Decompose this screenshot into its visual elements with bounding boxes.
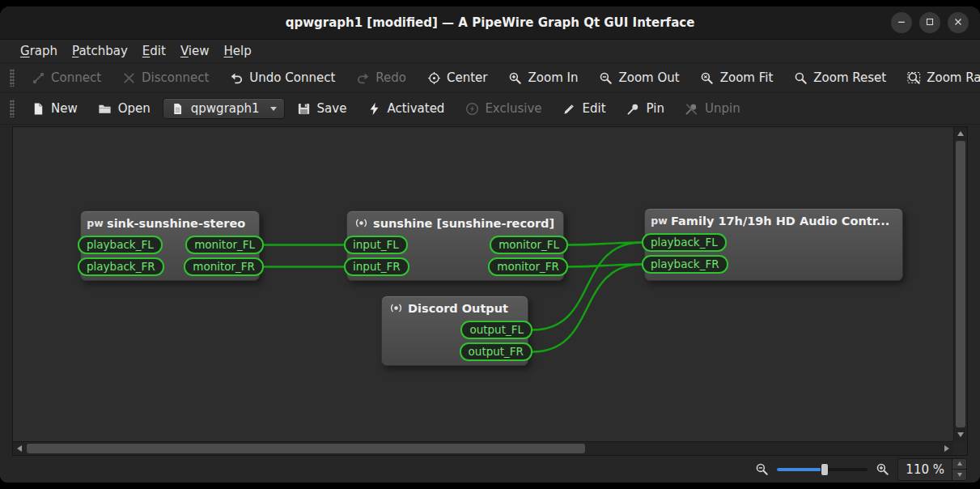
zoom-reset-button[interactable]: Zoom Reset xyxy=(785,66,894,89)
record-icon xyxy=(389,301,403,315)
menu-edit[interactable]: Edit xyxy=(135,41,173,61)
port-family-playback-fr[interactable]: playback_FR xyxy=(642,255,728,274)
zoom-slider-handle[interactable] xyxy=(821,463,829,476)
undo-connect-button[interactable]: Undo Connect xyxy=(221,66,343,89)
node-header[interactable]: sunshine [sunshine-record] xyxy=(347,211,563,232)
node-header[interactable]: pwsink-sunshine-stereo xyxy=(81,211,259,232)
edit-button[interactable]: Edit xyxy=(554,97,614,120)
port-sunshine-monitor-fl[interactable]: monitor_FL xyxy=(490,236,568,254)
zoom-in-icon xyxy=(508,70,523,85)
connect-button[interactable]: Connect xyxy=(23,66,109,89)
zoom-spin-up-button[interactable] xyxy=(952,459,966,470)
redo-label: Redo xyxy=(375,70,406,85)
node-title: sunshine [sunshine-record] xyxy=(373,217,554,230)
close-button[interactable] xyxy=(948,12,969,33)
save-button[interactable]: Save xyxy=(289,97,355,120)
port-sink-playback-fl[interactable]: playback_FL xyxy=(78,236,163,254)
graph-node-family[interactable]: pwFamily 17h/19h HD Audio Contr...playba… xyxy=(644,208,903,281)
toolbar-main: ConnectDisconnectUndo ConnectRedoCenterZ… xyxy=(0,63,980,93)
qpwgraph1-combo[interactable]: qpwgraph1 xyxy=(163,98,285,119)
port-discord-output-fr[interactable]: output_FR xyxy=(460,342,532,361)
unpin-button[interactable]: Unpin xyxy=(677,97,749,120)
redo-button[interactable]: Redo xyxy=(347,66,414,89)
node-title: Discord Output xyxy=(408,302,508,315)
disconnect-label: Disconnect xyxy=(142,70,209,85)
scrollbar-corner xyxy=(953,441,967,455)
center-label: Center xyxy=(447,70,488,85)
graph-canvas-content[interactable]: pwsink-sunshine-stereoplayback_FLplaybac… xyxy=(13,127,953,441)
open-icon xyxy=(98,101,112,116)
port-sink-monitor-fl[interactable]: monitor_FL xyxy=(185,236,264,254)
scroll-up-button[interactable] xyxy=(954,127,967,140)
toolbar-handle[interactable] xyxy=(10,100,15,117)
exclusive-label: Exclusive xyxy=(485,101,541,116)
menu-patchbay[interactable]: Patchbay xyxy=(65,41,135,61)
node-header[interactable]: pwFamily 17h/19h HD Audio Contr... xyxy=(645,209,902,229)
minimize-button[interactable] xyxy=(891,12,912,33)
zoom-value[interactable]: 110 % xyxy=(898,459,952,480)
maximize-button[interactable] xyxy=(919,12,940,33)
node-ports: playback_FLplayback_FR xyxy=(645,233,902,274)
titlebar[interactable]: qpwgraph1 [modified] — A PipeWire Graph … xyxy=(0,6,980,40)
output-ports: output_FLoutput_FR xyxy=(460,321,528,361)
port-sink-playback-fr[interactable]: playback_FR xyxy=(78,257,164,276)
scroll-right-button[interactable] xyxy=(940,442,953,455)
spin-up-icon xyxy=(957,461,962,466)
zoom-reset-icon xyxy=(793,70,808,85)
disconnect-button[interactable]: Disconnect xyxy=(113,66,217,89)
port-sunshine-input-fr[interactable]: input_FR xyxy=(344,257,409,276)
open-label: Open xyxy=(118,101,151,116)
toolbar-handle[interactable] xyxy=(10,69,15,87)
zoom-out-button[interactable]: Zoom Out xyxy=(590,66,687,89)
zoom-in-button[interactable]: Zoom In xyxy=(500,66,587,89)
graph-node-discord[interactable]: Discord Outputoutput_FLoutput_FR xyxy=(381,296,528,366)
connect-icon xyxy=(31,70,45,85)
zoom-fit-icon xyxy=(700,70,715,85)
zoom-out-icon xyxy=(598,70,613,85)
node-header[interactable]: Discord Output xyxy=(382,296,528,317)
port-sunshine-monitor-fr[interactable]: monitor_FR xyxy=(488,257,568,276)
pin-button[interactable]: Pin xyxy=(618,97,672,120)
scrollbar-vertical[interactable] xyxy=(953,127,967,441)
graph-node-sunshine[interactable]: sunshine [sunshine-record]input_FLinput_… xyxy=(346,210,564,281)
redo-icon xyxy=(355,70,370,85)
nodes-layer: pwsink-sunshine-stereoplayback_FLplaybac… xyxy=(13,127,953,441)
menu-help[interactable]: Help xyxy=(216,41,258,61)
scrollbar-horizontal[interactable] xyxy=(13,441,953,455)
port-sunshine-input-fl[interactable]: input_FL xyxy=(344,236,408,254)
file-icon xyxy=(171,101,185,116)
zoom-fit-button[interactable]: Zoom Fit xyxy=(692,66,782,89)
zoom-spin-down-button[interactable] xyxy=(952,469,966,480)
scrollbar-vertical-thumb[interactable] xyxy=(956,141,965,427)
input-ports: playback_FLplayback_FR xyxy=(645,233,728,274)
window-title: qpwgraph1 [modified] — A PipeWire Graph … xyxy=(286,15,695,30)
pin-icon xyxy=(626,101,641,116)
undo-icon xyxy=(229,70,244,85)
exclusive-button[interactable]: Exclusive xyxy=(456,97,549,120)
graph-node-sink[interactable]: pwsink-sunshine-stereoplayback_FLplaybac… xyxy=(80,210,260,281)
zoom-range-button[interactable]: Zoom Range xyxy=(898,66,980,89)
new-button[interactable]: New xyxy=(23,97,86,120)
menu-graph[interactable]: Graph xyxy=(13,41,65,61)
menu-view[interactable]: View xyxy=(173,41,217,61)
open-button[interactable]: Open xyxy=(90,97,159,120)
scroll-left-button[interactable] xyxy=(13,442,26,455)
pipewire-icon: pw xyxy=(652,214,666,227)
center-button[interactable]: Center xyxy=(418,66,496,89)
pipewire-icon: pw xyxy=(88,216,102,230)
scroll-right-icon xyxy=(944,445,949,452)
disconnect-icon xyxy=(121,70,136,85)
zoom-slider[interactable] xyxy=(777,462,868,477)
port-sink-monitor-fr[interactable]: monitor_FR xyxy=(184,257,264,276)
scrollbar-horizontal-thumb[interactable] xyxy=(27,444,585,453)
port-discord-output-fl[interactable]: output_FL xyxy=(460,321,532,339)
port-family-playback-fl[interactable]: playback_FL xyxy=(642,233,727,252)
activated-button[interactable]: Activated xyxy=(358,97,452,120)
zoom-range-label: Zoom Range xyxy=(927,70,980,85)
scroll-down-button[interactable] xyxy=(954,428,967,441)
input-ports: input_FLinput_FR xyxy=(347,236,409,276)
scroll-left-icon xyxy=(17,445,22,452)
zoom-out-icon xyxy=(755,462,769,476)
output-ports: monitor_FLmonitor_FR xyxy=(184,236,259,276)
zoom-spinbox[interactable]: 110 % xyxy=(897,458,967,481)
